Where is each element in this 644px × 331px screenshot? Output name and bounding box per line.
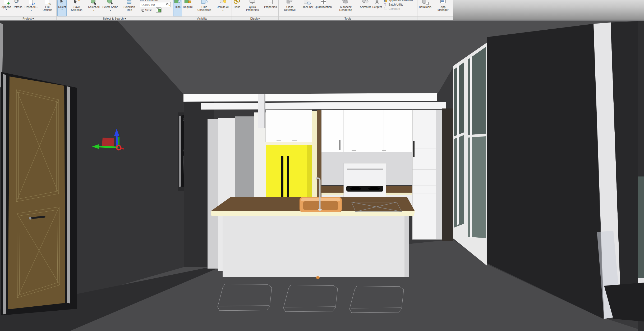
button-label: Reset All... ▾	[24, 6, 38, 12]
app-manager-icon	[439, 0, 447, 5]
button-label: Require	[183, 6, 193, 8]
window-mullion	[457, 64, 459, 225]
group-title-display: Display	[232, 16, 278, 20]
app-manager-button[interactable]: App Manager	[434, 0, 452, 16]
find-items-button[interactable]: Find Items	[140, 0, 171, 2]
batch-utility-button[interactable]: Batch Utility	[384, 2, 416, 7]
appearance-profiler-icon	[384, 0, 388, 2]
animator-button[interactable]: Animator	[359, 0, 372, 16]
properties-button[interactable]: Properties	[263, 0, 278, 16]
ceiling-column	[258, 94, 264, 128]
dropdown-arrow-icon: ▾	[6, 8, 7, 10]
refresh-button[interactable]: Refresh	[12, 0, 23, 16]
quick-properties-button[interactable]: Quick Properties	[241, 0, 263, 16]
select-all-icon	[90, 0, 98, 5]
hood-handle	[339, 140, 341, 150]
ribbon-group-display: LinksQuick PropertiesPropertiesDisplay	[232, 0, 278, 20]
fridge-top-shelf	[266, 142, 312, 145]
group-title-visibility: Visibility	[172, 16, 231, 20]
sets-icon	[141, 8, 145, 12]
group-title-tools: Tools	[279, 16, 417, 20]
button-label: Unhide All ▾	[216, 6, 230, 12]
window-wall[interactable]	[453, 42, 487, 266]
button-label: Select Same ▾	[102, 6, 119, 12]
select-all-button[interactable]: Select All ▾	[87, 0, 101, 16]
ribbon-group-visibility: HideRequireHide UnselectedUnhide All ▾Vi…	[172, 0, 231, 20]
find-items-label: Find Items	[145, 0, 158, 2]
group-title-empty	[433, 16, 453, 20]
links-icon	[233, 0, 241, 5]
quick-find-input[interactable]	[141, 3, 166, 7]
unhide-all-button[interactable]: Unhide All ▾	[215, 0, 231, 16]
hide-unselected-icon	[201, 0, 208, 5]
group-title-select-search[interactable]: Select & Search ▾	[57, 16, 172, 20]
button-label: Quick Properties	[242, 6, 263, 11]
ribbon-group-panel-5: DataTools	[417, 0, 433, 20]
animator-icon	[362, 0, 369, 5]
selection-tree-icon	[126, 0, 133, 5]
button-label: Batch Utility	[389, 3, 403, 6]
file-options-button[interactable]: File Options	[39, 0, 56, 16]
upper-cabinet-center[interactable]	[321, 110, 412, 152]
clash-detective-icon	[286, 0, 293, 5]
ribbon-group-select-search: Select▾Save SelectionSelect All ▾Select …	[57, 0, 172, 20]
quantification-button[interactable]: Quantification	[314, 0, 333, 16]
hide-unselected-button[interactable]: Hide Unselected	[194, 0, 215, 16]
floor-marker-dot	[316, 276, 320, 279]
cabinet-side-dark	[442, 108, 453, 241]
select-button[interactable]: Select▾	[57, 0, 67, 16]
3d-viewport[interactable]	[0, 20, 644, 331]
button-label: Append	[2, 6, 11, 8]
button-label: Compare	[389, 7, 400, 10]
stove[interactable]	[344, 163, 386, 202]
sets-label: Sets	[145, 8, 151, 12]
left-door[interactable]	[1, 72, 77, 315]
selection-tree-button[interactable]: Selection Tree	[120, 0, 139, 16]
append-button[interactable]: Append▾	[1, 0, 12, 16]
require-button[interactable]: Require	[182, 0, 194, 16]
clash-detective-button[interactable]: Clash Detective	[279, 0, 300, 16]
datatools-button[interactable]: DataTools	[418, 0, 432, 16]
tall-cabinet-right[interactable]	[412, 110, 442, 239]
upper-cabinet-left[interactable]	[266, 110, 312, 142]
autodesk-rendering-button[interactable]: Autodesk Rendering	[333, 0, 359, 16]
quick-find-box	[140, 2, 171, 7]
appearance-profiler-button[interactable]: Appearance Profiler	[384, 0, 416, 2]
light-fixture-back[interactable]	[201, 102, 446, 110]
datatools-icon	[421, 0, 429, 5]
reset-all-button[interactable]: Reset All... ▾	[23, 0, 39, 16]
small-button-stack: Appearance ProfilerBatch UtilityCompare	[384, 0, 416, 11]
button-label: App Manager	[435, 6, 451, 11]
select-same-button[interactable]: Select Same ▾	[101, 0, 120, 16]
sets-dropdown[interactable]: Sets▾	[140, 8, 153, 12]
selection-inspector-button[interactable]	[156, 7, 162, 13]
gizmo-axis-green	[98, 147, 118, 147]
button-label: Quantification	[315, 6, 332, 8]
quick-find-search-icon[interactable]	[166, 3, 170, 7]
window-pane	[454, 62, 464, 136]
button-label: Animator	[360, 6, 371, 8]
links-button[interactable]: Links	[233, 0, 242, 16]
save-selection-button[interactable]: Save Selection	[67, 0, 87, 16]
reset-all-icon	[27, 0, 35, 5]
scripter-button[interactable]: Scripter	[372, 0, 383, 16]
light-fixture-front[interactable]	[183, 93, 437, 102]
hide-button[interactable]: Hide	[173, 0, 182, 16]
button-label: Save Selection	[67, 6, 86, 11]
island-body	[223, 216, 409, 277]
gizmo-plane-red	[102, 138, 114, 147]
find-items-icon	[140, 0, 144, 1]
button-label: Refresh	[13, 6, 22, 8]
ribbon-group-tools: Clash DetectiveTimeLinerQuantificationAu…	[279, 0, 417, 20]
timeliner-button[interactable]: TimeLiner	[300, 0, 314, 16]
button-label: DataTools	[419, 6, 431, 8]
titlebar-empty-area	[453, 0, 644, 20]
autodesk-rendering-icon	[342, 0, 349, 5]
group-title-project[interactable]: Project ▾	[0, 16, 56, 20]
window-pane	[454, 135, 464, 228]
batch-utility-icon	[384, 3, 388, 6]
append-icon	[3, 0, 10, 5]
button-label: Clash Detective	[280, 6, 300, 11]
button-label: Properties	[264, 6, 277, 8]
compare-button[interactable]: Compare	[384, 7, 416, 11]
